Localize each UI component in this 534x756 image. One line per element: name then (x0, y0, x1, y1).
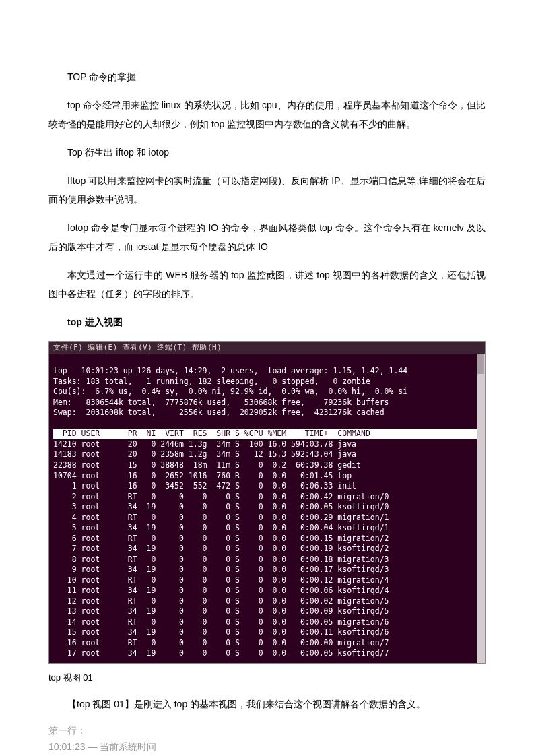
table-row: 11 root 34 19 0 0 0 S 0 0.0 0:00.06 ksof… (53, 586, 389, 595)
top-header-row: PID USER PR NI VIRT RES SHR S %CPU %MEM … (53, 429, 481, 439)
explain-line-1: 第一行： (48, 723, 486, 739)
top-summary-line5: Swap: 2031608k total, 2556k used, 202905… (53, 408, 385, 417)
table-row: 1 root 16 0 3452 552 472 S 0 0.0 0:06.33… (53, 481, 356, 491)
top-summary-line1: top - 10:01:23 up 126 days, 14:29, 2 use… (53, 366, 407, 375)
table-row: 9 root 34 19 0 0 0 S 0 0.0 0:00.17 ksoft… (53, 565, 389, 574)
heading-top-view: top 进入视图 (48, 313, 486, 332)
top-summary-line4: Mem: 8306544k total, 7775876k used, 5306… (53, 398, 389, 407)
terminal-screenshot: 文件(F) 编辑(E) 查看(V) 终端(T) 帮助(H) top - 10:0… (48, 341, 486, 664)
table-row: 10704 root 16 0 2652 1016 760 R 0 0.0 0:… (53, 471, 352, 480)
top-summary-line3: Cpu(s): 6.7% us, 0.4% sy, 0.0% ni, 92.9%… (53, 387, 407, 396)
paragraph-2: Top 衍生出 iftop 和 iotop (48, 143, 486, 162)
paragraph-6: 【top 视图 01】是刚进入 top 的基本视图，我们来结合这个视图讲解各个数… (48, 695, 486, 714)
paragraph-5: 本文通过一个运行中的 WEB 服务器的 top 监控截图，讲述 top 视图中的… (48, 265, 486, 303)
table-row: 14183 root 20 0 2358m 1.2g 34m S 12 15.3… (53, 449, 356, 459)
table-row: 4 root RT 0 0 0 0 S 0 0.0 0:00.29 migrat… (53, 513, 389, 522)
figure-caption: top 视图 01 (48, 672, 486, 684)
table-row: 15 root 34 19 0 0 0 S 0 0.0 0:00.11 ksof… (53, 627, 389, 637)
table-row: 12 root RT 0 0 0 0 S 0 0.0 0:00.02 migra… (53, 596, 389, 606)
table-row: 10 root RT 0 0 0 0 S 0 0.0 0:00.12 migra… (53, 575, 389, 585)
table-row: 13 root 34 19 0 0 0 S 0 0.0 0:00.09 ksof… (53, 606, 389, 616)
paragraph-4: Iotop 命令是专门显示每个进程的 IO 的命令，界面风格类似 top 命令。… (48, 218, 486, 256)
scrollbar (477, 354, 485, 663)
title: TOP 命令的掌握 (48, 67, 486, 86)
paragraph-3: Iftop 可以用来监控网卡的实时流量（可以指定网段)、反向解析 IP、显示端口… (48, 171, 486, 209)
explain-line-2: 10:01:23 — 当前系统时间 (48, 739, 486, 755)
table-row: 2 root RT 0 0 0 0 S 0 0.0 0:00.42 migrat… (53, 492, 389, 501)
terminal-menu-bar: 文件(F) 编辑(E) 查看(V) 终端(T) 帮助(H) (49, 342, 485, 354)
table-row: 22388 root 15 0 38848 18m 11m S 0 0.2 60… (53, 460, 361, 470)
table-row: 5 root 34 19 0 0 0 S 0 0.0 0:00.04 ksoft… (53, 523, 389, 532)
table-row: 7 root 34 19 0 0 0 S 0 0.0 0:00.19 ksoft… (53, 544, 389, 553)
table-row: 14 root RT 0 0 0 0 S 0 0.0 0:00.05 migra… (53, 617, 389, 627)
table-row: 17 root 34 19 0 0 0 S 0 0.0 0:00.05 ksof… (53, 648, 389, 658)
table-row: 16 root RT 0 0 0 0 S 0 0.0 0:00.00 migra… (53, 638, 389, 648)
table-row: 8 root RT 0 0 0 0 S 0 0.0 0:00.18 migrat… (53, 555, 389, 564)
table-row: 6 root RT 0 0 0 0 S 0 0.0 0:00.15 migrat… (53, 534, 389, 543)
top-summary-line2: Tasks: 183 total, 1 running, 182 sleepin… (53, 377, 370, 386)
table-row: 3 root 34 19 0 0 0 S 0 0.0 0:00.05 ksoft… (53, 502, 389, 511)
paragraph-1: top 命令经常用来监控 linux 的系统状况，比如 cpu、内存的使用，程序… (48, 96, 486, 133)
table-row: 14210 root 20 0 2446m 1.3g 34m S 100 16.… (53, 439, 356, 449)
